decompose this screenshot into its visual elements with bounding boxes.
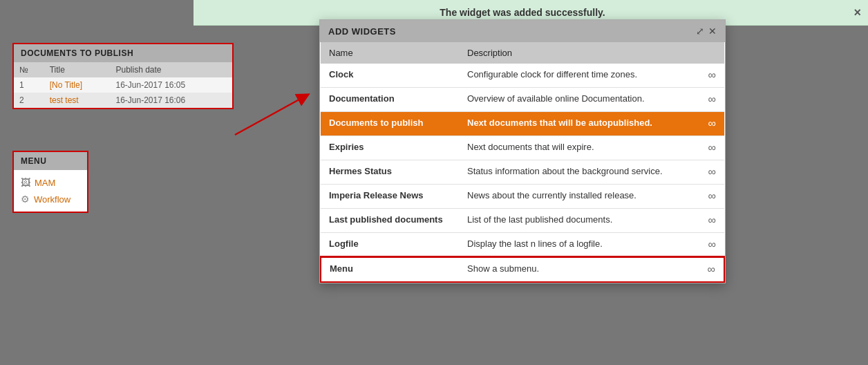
widgets-table: Name Description Clock Configurable cloc… [320,42,725,283]
widget-add-action[interactable]: ∞ [699,160,724,185]
widget-name: Hermes Status [321,160,459,185]
docs-to-publish-widget: DOCUMENTS TO PUBLISH № Title Publish dat… [12,43,234,109]
widget-name: Documentation [321,88,459,112]
widget-add-action[interactable]: ∞ [699,209,724,233]
widget-name: Last published documents [321,209,459,233]
row-num: 1 [14,77,44,93]
col-title: Title [44,62,111,77]
row-title[interactable]: test test [44,93,111,108]
menu-widget-header: MENU [14,152,87,170]
widget-table-row[interactable]: Logfile Display the last n lines of a lo… [321,233,724,258]
add-widget-icon[interactable]: ∞ [708,69,716,81]
widget-name: Menu [321,257,459,282]
row-title[interactable]: [No Title] [44,77,111,93]
success-bar-close-button[interactable]: × [853,6,861,20]
widget-description: List of the last published documents. [459,209,699,233]
add-widget-icon[interactable]: ∞ [708,118,716,129]
add-widget-icon[interactable]: ∞ [708,93,716,105]
widget-description: Status information about the background … [459,160,699,185]
widget-add-action[interactable]: ∞ [699,88,724,112]
col-action-header [699,42,724,64]
row-date: 16-Jun-2017 16:05 [110,77,232,93]
widget-description: Next documents that will be autopublishe… [459,112,699,136]
col-date: Publish date [110,62,232,77]
widget-name: Expiries [321,136,459,160]
success-message: The widget was added successfully. [440,7,605,18]
add-widget-icon[interactable]: ∞ [708,166,716,178]
row-date: 16-Jun-2017 16:06 [110,93,232,108]
add-widget-icon[interactable]: ∞ [708,142,716,153]
menu-item-mam[interactable]: 🖼 MAM [14,174,87,191]
maximize-icon[interactable]: ⤢ [696,26,704,37]
modal-close-icon[interactable]: ✕ [708,26,717,37]
widget-add-action[interactable]: ∞ [699,64,724,88]
menu-item-mam-label: MAM [35,178,55,188]
widget-name: Clock [321,64,459,88]
widget-description: News about the currently installed relea… [459,185,699,209]
col-name-header: Name [321,42,459,64]
modal-scroll-container[interactable]: Name Description Clock Configurable cloc… [320,42,725,283]
image-icon: 🖼 [21,177,30,188]
widget-add-action[interactable]: ∞ [699,185,724,209]
widget-description: Next documents that will expire. [459,136,699,160]
widget-add-action[interactable]: ∞ [699,233,724,258]
menu-item-workflow-label: Workflow [34,194,70,205]
widget-name: Documents to publish [321,112,459,136]
add-widget-icon[interactable]: ∞ [708,190,716,202]
widget-table-row[interactable]: Menu Show a submenu. ∞ [321,257,724,282]
table-row: 2 test test 16-Jun-2017 16:06 [14,93,232,108]
widget-table-row[interactable]: Expiries Next documents that will expire… [321,136,724,160]
docs-widget-table: № Title Publish date 1 [No Title] 16-Jun… [14,62,232,108]
workflow-icon: ⚙ [21,194,30,205]
widget-description: Overview of available online Documentati… [459,88,699,112]
widget-description: Show a submenu. [459,257,699,282]
table-row: 1 [No Title] 16-Jun-2017 16:05 [14,77,232,93]
add-widget-icon[interactable]: ∞ [708,263,715,275]
modal-header-icons: ⤢ ✕ [696,26,717,37]
widget-description: Display the last n lines of a logfile. [459,233,699,258]
add-widgets-modal: ADD WIDGETS ⤢ ✕ Name Description Clock C… [319,19,726,283]
widget-table-row[interactable]: Last published documents List of the las… [321,209,724,233]
widget-table-row[interactable]: Documents to publish Next documents that… [321,112,724,136]
add-widget-icon[interactable]: ∞ [708,214,716,226]
widget-table-row[interactable]: Documentation Overview of available onli… [321,88,724,112]
add-widget-icon[interactable]: ∞ [708,238,716,250]
widget-add-action[interactable]: ∞ [699,112,724,136]
widget-table-row[interactable]: Clock Configurable clock for different t… [321,64,724,88]
modal-title: ADD WIDGETS [328,26,396,37]
modal-header: ADD WIDGETS ⤢ ✕ [320,20,725,42]
widget-table-row[interactable]: Imperia Release News News about the curr… [321,185,724,209]
menu-widget: MENU 🖼 MAM ⚙ Workflow [12,151,88,213]
widget-description: Configurable clock for different time zo… [459,64,699,88]
col-num: № [14,62,44,77]
widget-table-row[interactable]: Hermes Status Status information about t… [321,160,724,185]
widget-name: Imperia Release News [321,185,459,209]
col-desc-header: Description [459,42,699,64]
menu-widget-items: 🖼 MAM ⚙ Workflow [14,170,87,212]
row-num: 2 [14,93,44,108]
docs-widget-header: DOCUMENTS TO PUBLISH [14,44,232,62]
widget-name: Logfile [321,233,459,258]
menu-item-workflow[interactable]: ⚙ Workflow [14,191,87,207]
widget-add-action[interactable]: ∞ [699,257,724,282]
widget-add-action[interactable]: ∞ [699,136,724,160]
